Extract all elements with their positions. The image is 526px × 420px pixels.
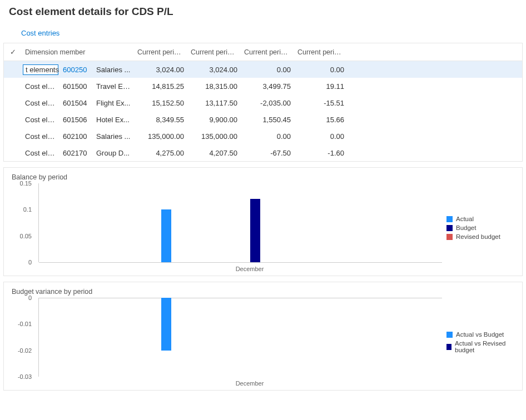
y-tick-label: 0.05 xyxy=(20,233,32,239)
description-cell: Group D... xyxy=(93,149,134,157)
y-tick-label: 0 xyxy=(28,294,32,301)
value-cell: -2,035.00 xyxy=(241,99,294,107)
value-cell: 0.00 xyxy=(241,132,294,141)
col-current-3[interactable]: Current period ... xyxy=(241,48,294,56)
cost-element-grid: ✓ Dimension member Current period ... Cu… xyxy=(3,43,523,162)
chart-title: Budget variance by period xyxy=(12,288,514,296)
code-cell[interactable]: 601506 xyxy=(59,116,93,124)
code-cell[interactable]: 602170 xyxy=(59,149,93,157)
value-cell: 13,117.50 xyxy=(187,99,241,107)
cost-entries-link[interactable]: Cost entries xyxy=(0,22,59,43)
code-cell[interactable]: 600250 xyxy=(59,66,93,74)
dimension-cell: Cost ele... xyxy=(22,116,59,124)
table-row[interactable]: Cost ele...602100Salaries ...135,000.001… xyxy=(4,128,522,144)
y-tick-label: -0.02 xyxy=(18,347,32,354)
value-cell: 15,152.50 xyxy=(134,99,187,107)
value-cell: -15.51 xyxy=(294,99,348,107)
value-cell: 3,024.00 xyxy=(187,66,241,74)
chart-bar[interactable] xyxy=(161,209,171,262)
value-cell: 15.66 xyxy=(294,116,348,124)
y-tick-label: -0.01 xyxy=(18,321,32,327)
dimension-cell: Cost ele... xyxy=(22,99,59,107)
table-row[interactable]: Cost ele...601500Travel Ex...14,815.2518… xyxy=(4,78,522,94)
legend-label: Actual xyxy=(456,216,474,222)
value-cell: 0.00 xyxy=(241,66,294,74)
x-tick-label: December xyxy=(236,380,264,387)
page-title: Cost element details for CDS P/L xyxy=(0,0,526,22)
legend-label: Actual vs Budget xyxy=(456,331,504,338)
value-cell: -67.50 xyxy=(241,149,294,157)
y-tick-label: 0 xyxy=(28,259,32,266)
value-cell: 1,550.45 xyxy=(241,116,294,124)
description-cell: Salaries ... xyxy=(93,66,134,74)
col-current-4[interactable]: Current period ... xyxy=(294,48,348,56)
budget-variance-chart: Budget variance by period -0.03-0.02-0.0… xyxy=(3,282,523,391)
dimension-cell: Cost ele... xyxy=(22,82,59,91)
dimension-cell: Cost ele... xyxy=(22,132,59,141)
description-cell: Travel Ex... xyxy=(93,82,134,91)
legend-label: Actual vs Revised budget xyxy=(455,340,514,353)
dimension-cell: Cost ele... xyxy=(22,149,59,157)
legend-swatch xyxy=(446,234,453,240)
value-cell: 3,024.00 xyxy=(134,66,187,74)
description-cell: Salaries ... xyxy=(93,132,134,141)
value-cell: 0.00 xyxy=(294,132,348,141)
value-cell: 9,900.00 xyxy=(187,116,241,124)
balance-by-period-chart: Balance by period 00.050.10.15December A… xyxy=(3,167,523,276)
value-cell: 19.11 xyxy=(294,82,348,91)
value-cell: 18,315.00 xyxy=(187,82,241,91)
chart-title: Balance by period xyxy=(12,173,514,181)
value-cell: 4,207.50 xyxy=(187,149,241,157)
code-cell[interactable]: 602100 xyxy=(59,132,93,141)
legend-item[interactable]: Actual xyxy=(446,216,514,222)
code-cell[interactable]: 601504 xyxy=(59,99,93,107)
value-cell: 8,349.55 xyxy=(134,116,187,124)
code-cell[interactable]: 601500 xyxy=(59,82,93,91)
chart-bar[interactable] xyxy=(250,199,260,262)
value-cell: 14,815.25 xyxy=(134,82,187,91)
legend-item[interactable]: Actual vs Revised budget xyxy=(446,340,514,353)
description-cell: Hotel Ex... xyxy=(93,116,134,124)
legend-item[interactable]: Revised budget xyxy=(446,233,514,240)
y-tick-label: -0.03 xyxy=(18,373,32,380)
chart-legend: Actual vs BudgetActual vs Revised budget xyxy=(442,298,514,387)
legend-swatch xyxy=(446,216,453,222)
value-cell: 3,499.75 xyxy=(241,82,294,91)
legend-item[interactable]: Actual vs Budget xyxy=(446,331,514,338)
value-cell: 4,275.00 xyxy=(134,149,187,157)
value-cell: -1.60 xyxy=(294,149,348,157)
col-current-2[interactable]: Current period ... xyxy=(187,48,241,56)
legend-swatch xyxy=(446,344,451,350)
check-all-icon[interactable]: ✓ xyxy=(4,48,22,56)
table-row[interactable]: t elements600250Salaries ...3,024.003,02… xyxy=(4,61,522,78)
legend-label: Budget xyxy=(456,224,476,231)
y-tick-label: 0.15 xyxy=(20,180,32,187)
dimension-input[interactable]: t elements xyxy=(23,64,58,75)
value-cell: 0.00 xyxy=(294,66,348,74)
x-tick-label: December xyxy=(236,266,264,272)
grid-header-row: ✓ Dimension member Current period ... Cu… xyxy=(4,43,522,61)
legend-swatch xyxy=(446,332,453,338)
chart-bar[interactable] xyxy=(161,298,171,351)
table-row[interactable]: Cost ele...601506Hotel Ex...8,349.559,90… xyxy=(4,111,522,128)
value-cell: 135,000.00 xyxy=(187,132,241,141)
chart-legend: ActualBudgetRevised budget xyxy=(442,183,514,272)
col-dimension-member[interactable]: Dimension member xyxy=(22,48,134,56)
table-row[interactable]: Cost ele...602170Group D...4,275.004,207… xyxy=(4,144,522,161)
col-current-1[interactable]: Current period ... xyxy=(134,48,187,56)
value-cell: 135,000.00 xyxy=(134,132,187,141)
y-tick-label: 0.1 xyxy=(23,206,32,213)
table-row[interactable]: Cost ele...601504Flight Ex...15,152.5013… xyxy=(4,94,522,111)
legend-swatch xyxy=(446,225,453,231)
description-cell: Flight Ex... xyxy=(93,99,134,107)
legend-item[interactable]: Budget xyxy=(446,224,514,231)
legend-label: Revised budget xyxy=(456,233,500,240)
